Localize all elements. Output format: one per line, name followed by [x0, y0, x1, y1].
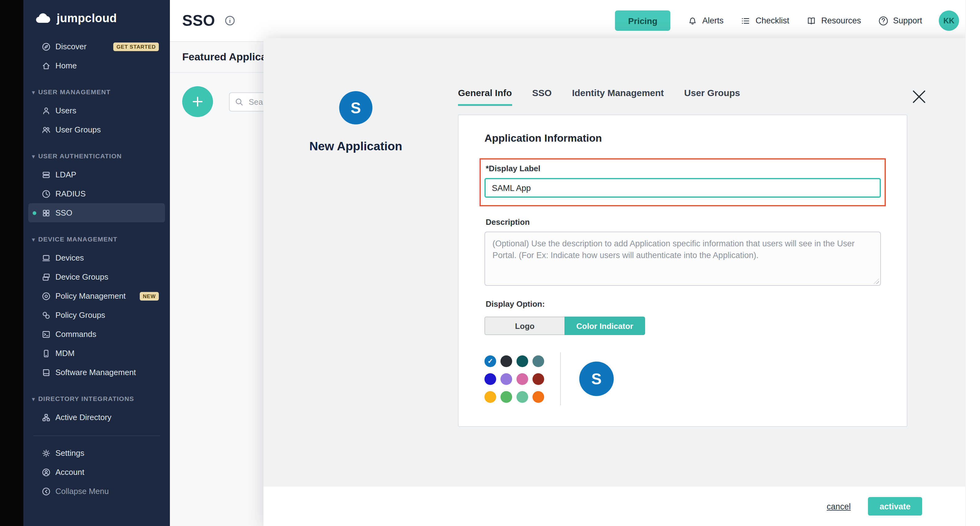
sidebar-item-commands[interactable]: Commands	[28, 325, 165, 344]
color-swatch[interactable]	[501, 355, 512, 367]
section-title: DEVICE MANAGEMENT	[38, 235, 117, 242]
sidebar-item-label: Users	[56, 106, 76, 115]
get-started-badge: GET STARTED	[114, 42, 159, 51]
alerts-link[interactable]: Alerts	[687, 15, 724, 26]
color-swatch[interactable]	[484, 391, 496, 403]
color-swatch[interactable]	[484, 355, 496, 367]
home-icon	[41, 61, 51, 70]
sidebar-divider	[33, 435, 160, 436]
modal-tabs: General Info SSO Identity Management Use…	[458, 84, 907, 106]
sidebar-item-label: Collapse Menu	[56, 486, 109, 496]
sidebar-item-label: Devices	[56, 253, 84, 262]
server-icon	[41, 170, 51, 180]
application-icon: S	[339, 91, 372, 124]
application-information-card: Application Information *Display Label D…	[458, 115, 907, 427]
page-title: SSO	[182, 12, 215, 30]
sidebar-item-label: Policy Groups	[56, 311, 105, 320]
sidebar-item-active-directory[interactable]: Active Directory	[28, 408, 165, 427]
description-label: Description	[486, 217, 881, 227]
sidebar-item-user-groups[interactable]: User Groups	[28, 120, 165, 139]
tab-general-info[interactable]: General Info	[458, 88, 512, 106]
sidebar-item-label: Commands	[56, 330, 96, 339]
sidebar-item-account[interactable]: Account	[28, 462, 165, 481]
sidebar-item-label: User Groups	[56, 125, 101, 134]
dial-icon	[41, 189, 51, 199]
sidebar-item-sso[interactable]: SSO	[28, 203, 165, 222]
color-swatch[interactable]	[484, 373, 496, 385]
sidebar-item-software-management[interactable]: Software Management	[28, 363, 165, 382]
activate-button[interactable]: activate	[868, 497, 922, 515]
chevron-down-icon	[32, 88, 35, 95]
sidebar-item-label: Home	[56, 61, 76, 70]
phone-icon	[41, 348, 51, 358]
checklist-label: Checklist	[756, 16, 789, 25]
logo-option-button[interactable]: Logo	[484, 317, 565, 335]
color-swatch[interactable]	[517, 355, 528, 367]
sidebar-item-devices[interactable]: Devices	[28, 248, 165, 267]
display-option-toggle: Logo Color Indicator	[484, 317, 645, 335]
modal-main: General Info SSO Identity Management Use…	[458, 84, 907, 427]
section-title: USER AUTHENTICATION	[38, 152, 122, 159]
color-swatch[interactable]	[533, 373, 544, 385]
display-label-input[interactable]	[484, 178, 881, 198]
collapse-icon	[41, 486, 51, 496]
color-swatch[interactable]	[533, 355, 544, 367]
user-group-icon	[41, 125, 51, 135]
compass-icon	[41, 41, 51, 51]
sidebar-item-mdm[interactable]: MDM	[28, 344, 165, 363]
book-icon	[806, 15, 817, 26]
bell-icon	[687, 15, 698, 26]
left-black-rail	[0, 0, 23, 526]
color-swatch[interactable]	[501, 391, 512, 403]
info-icon[interactable]	[224, 15, 236, 27]
tab-sso[interactable]: SSO	[532, 88, 552, 106]
resources-link[interactable]: Resources	[806, 15, 861, 26]
sidebar-item-label: RADIUS	[56, 189, 86, 198]
color-indicator-option-button[interactable]: Color Indicator	[565, 317, 645, 335]
add-application-button[interactable]	[182, 86, 213, 117]
resources-label: Resources	[821, 16, 861, 25]
close-modal-button[interactable]	[912, 90, 926, 104]
description-textarea[interactable]	[484, 231, 881, 286]
chevron-down-icon	[32, 235, 35, 242]
application-identity-column: S New Application	[307, 91, 405, 153]
color-indicator-preview: S	[579, 362, 614, 396]
sidebar-item-ldap[interactable]: LDAP	[28, 165, 165, 184]
sidebar-item-users[interactable]: Users	[28, 101, 165, 120]
section-title: USER MANAGEMENT	[38, 88, 110, 95]
color-swatch[interactable]	[517, 391, 528, 403]
sidebar-item-label: Account	[56, 467, 84, 477]
sidebar-item-collapse-menu[interactable]: Collapse Menu	[28, 481, 165, 501]
sidebar-item-device-groups[interactable]: Device Groups	[28, 267, 165, 286]
sidebar-item-policy-management[interactable]: Policy Management NEW	[28, 286, 165, 306]
tab-user-groups[interactable]: User Groups	[684, 88, 740, 106]
cancel-button[interactable]: cancel	[823, 501, 854, 512]
sidebar-section-directory-integrations[interactable]: DIRECTORY INTEGRATIONS	[23, 389, 170, 408]
jumpcloud-logo[interactable]: jumpcloud	[23, 0, 170, 37]
logo-text: jumpcloud	[57, 12, 117, 25]
tab-identity-management[interactable]: Identity Management	[572, 88, 663, 106]
sidebar-item-radius[interactable]: RADIUS	[28, 184, 165, 203]
scrollbar-track[interactable]	[965, 0, 980, 526]
color-swatch[interactable]	[501, 373, 512, 385]
sidebar-item-home[interactable]: Home	[28, 56, 165, 75]
description-textarea-wrap	[484, 231, 881, 286]
color-swatch[interactable]	[517, 373, 528, 385]
sidebar-item-policy-groups[interactable]: Policy Groups	[28, 306, 165, 325]
sidebar-item-settings[interactable]: Settings	[28, 443, 165, 462]
color-swatch[interactable]	[533, 391, 544, 403]
question-icon	[878, 15, 889, 26]
sidebar-item-label: LDAP	[56, 170, 76, 179]
sidebar-item-label: Settings	[56, 448, 84, 457]
sidebar-item-discover[interactable]: Discover GET STARTED	[28, 37, 165, 56]
sidebar-item-label: Policy Management	[56, 291, 126, 301]
user-avatar[interactable]: KK	[939, 11, 959, 31]
directory-icon	[41, 412, 51, 422]
device-group-icon	[41, 272, 51, 282]
checklist-link[interactable]: Checklist	[740, 15, 789, 26]
pricing-button[interactable]: Pricing	[615, 11, 670, 31]
sidebar-section-user-management[interactable]: USER MANAGEMENT	[23, 82, 170, 101]
sidebar-section-user-authentication[interactable]: USER AUTHENTICATION	[23, 146, 170, 165]
sidebar-section-device-management[interactable]: DEVICE MANAGEMENT	[23, 229, 170, 248]
support-link[interactable]: Support	[878, 15, 922, 26]
